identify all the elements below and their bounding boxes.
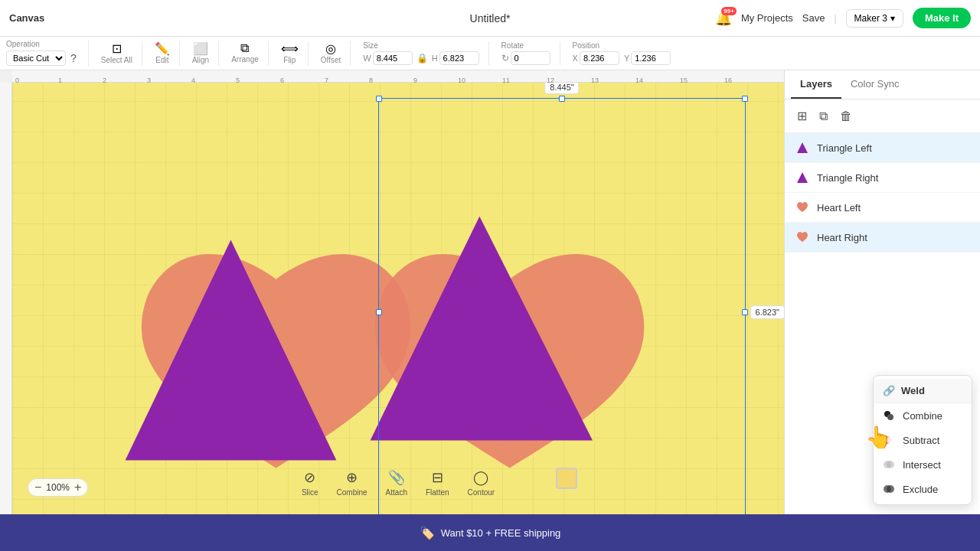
- offset-icon: ◎: [325, 41, 336, 56]
- combine-button[interactable]: ⊕ Combine: [337, 469, 368, 497]
- size-label: Size: [363, 41, 377, 50]
- canvas-label: Canvas: [9, 12, 55, 24]
- my-projects-button[interactable]: My Projects: [741, 12, 793, 24]
- tab-color-sync[interactable]: Color Sync: [841, 70, 909, 99]
- group-icon: ⊞: [797, 109, 807, 122]
- chevron-down-icon: ▾: [890, 13, 895, 24]
- panel-tabs: Layers Color Sync: [785, 70, 980, 99]
- zoom-in-button[interactable]: +: [74, 481, 81, 494]
- color-swatch[interactable]: [556, 468, 577, 489]
- app-title: Untitled*: [470, 12, 511, 24]
- layer-item-triangle-right[interactable]: Triangle Right: [785, 163, 980, 193]
- select-all-label: Select All: [101, 56, 132, 64]
- operation-select[interactable]: Basic Cut: [6, 51, 66, 66]
- select-all-group: ⊡ Select All: [101, 41, 142, 66]
- svg-marker-3: [797, 142, 808, 153]
- layer-item-heart-left[interactable]: Heart Left: [785, 193, 980, 223]
- weld-popup: 🔗 Weld Combine: [873, 375, 972, 505]
- group-button[interactable]: ⊞: [794, 106, 810, 126]
- tab-layers[interactable]: Layers: [791, 70, 841, 99]
- edit-icon: ✏️: [155, 41, 170, 56]
- position-label: Position: [573, 41, 600, 50]
- subtract-weld-item[interactable]: Subtract: [874, 428, 972, 452]
- layer-label-heart-right: Heart Right: [817, 232, 867, 243]
- edit-group: ✏️ Edit: [155, 41, 180, 66]
- svg-point-8: [887, 436, 894, 444]
- heart-right-icon: [795, 230, 809, 244]
- exclude-weld-item[interactable]: Exclude: [874, 477, 972, 501]
- operation-help-button[interactable]: ?: [68, 50, 79, 67]
- zoom-out-button[interactable]: −: [34, 481, 41, 494]
- flatten-button[interactable]: ⊟ Flatten: [426, 469, 449, 497]
- height-input[interactable]: [439, 51, 479, 65]
- topbar-right: 🔔 99+ My Projects Save | Maker 3 ▾ Make …: [715, 8, 971, 28]
- attach-button[interactable]: 📎 Attach: [386, 469, 407, 497]
- toolbar: Operation Basic Cut ? ⊡ Select All ✏️ Ed…: [0, 37, 980, 70]
- horizontal-ruler: 0 1 2 3 4 5 6 7 8 9 10 11 12 13 14 15 16: [12, 70, 784, 83]
- duplicate-icon: ⧉: [819, 109, 828, 122]
- arrange-icon: ⧉: [240, 41, 249, 55]
- exclude-weld-icon: [883, 483, 895, 495]
- attach-icon: 📎: [388, 469, 405, 486]
- duplicate-button[interactable]: ⧉: [816, 106, 831, 126]
- subtract-label: Subtract: [903, 435, 939, 446]
- layer-label-heart-left: Heart Left: [817, 202, 861, 214]
- svg-marker-4: [797, 172, 808, 183]
- zoom-level: 100%: [46, 482, 70, 493]
- delete-button[interactable]: 🗑: [837, 106, 855, 126]
- svg-point-10: [887, 461, 894, 468]
- x-input[interactable]: [580, 51, 619, 65]
- triangle-left-icon: [795, 141, 809, 155]
- bottombar[interactable]: 🏷️ Want $10 + FREE shipping: [0, 514, 980, 551]
- layer-item-triangle-left[interactable]: Triangle Left: [785, 133, 980, 163]
- canvas[interactable]: 0 1 2 3 4 5 6 7 8 9 10 11 12 13 14 15 16: [12, 70, 784, 539]
- combine-label: Combine: [903, 410, 942, 422]
- make-it-button[interactable]: Make It: [913, 8, 971, 28]
- intersect-weld-item[interactable]: Intersect: [874, 452, 972, 477]
- triangle-right-icon: [795, 171, 809, 184]
- flatten-icon: ⊟: [432, 469, 443, 486]
- contour-button[interactable]: ◯ Contour: [468, 469, 495, 497]
- panel-actions: ⊞ ⧉ 🗑: [785, 99, 980, 133]
- topbar: Canvas Untitled* 🔔 99+ My Projects Save …: [0, 0, 980, 37]
- trash-icon: 🗑: [840, 109, 852, 122]
- y-input[interactable]: [631, 51, 671, 65]
- slice-icon: ⊘: [304, 469, 315, 486]
- combine-icon: ⊕: [346, 469, 358, 486]
- weld-header-icon: 🔗: [883, 385, 895, 396]
- save-button[interactable]: Save: [802, 12, 825, 24]
- arrange-group: ⧉ Arrange: [231, 41, 269, 65]
- intersect-label: Intersect: [903, 459, 941, 471]
- intersect-weld-icon: [883, 458, 895, 471]
- offset-label: Offset: [321, 56, 341, 64]
- arrange-label: Arrange: [231, 55, 259, 64]
- maker-selector-button[interactable]: Maker 3 ▾: [846, 9, 903, 28]
- align-group: ⬜ Align: [192, 41, 219, 66]
- layer-label-triangle-right: Triangle Right: [817, 172, 878, 184]
- operation-group: Operation Basic Cut ?: [6, 40, 89, 67]
- subtract-weld-icon: [883, 434, 895, 446]
- notifications-badge: 99+: [721, 7, 737, 15]
- offset-group: ◎ Offset: [321, 41, 351, 66]
- position-group: Position X Y: [573, 41, 681, 65]
- operation-label: Operation: [6, 40, 40, 48]
- svg-point-12: [887, 485, 894, 493]
- height-label: H: [432, 54, 438, 63]
- bottom-operations: ⊘ Slice ⊕ Combine 📎 Attach ⊟ Flatten ◯ C…: [302, 469, 495, 497]
- align-icon: ⬜: [193, 41, 208, 56]
- right-panel: Layers Color Sync ⊞ ⧉ 🗑 Triangle Left: [784, 70, 980, 539]
- x-label: X: [573, 54, 578, 63]
- zoom-controls: − 100% +: [28, 478, 88, 497]
- rotate-input[interactable]: [511, 51, 550, 65]
- slice-button[interactable]: ⊘ Slice: [302, 469, 318, 497]
- select-all-icon: ⊡: [112, 41, 122, 56]
- notifications-button[interactable]: 🔔 99+: [715, 10, 732, 27]
- promo-text: Want $10 + FREE shipping: [441, 527, 561, 539]
- vertical-ruler: [0, 83, 12, 514]
- contour-icon: ◯: [473, 469, 488, 486]
- exclude-label: Exclude: [903, 484, 938, 495]
- width-input[interactable]: [373, 51, 413, 65]
- combine-weld-icon: [883, 409, 895, 422]
- combine-weld-item[interactable]: Combine: [874, 403, 972, 428]
- layer-item-heart-right[interactable]: Heart Right: [785, 223, 980, 253]
